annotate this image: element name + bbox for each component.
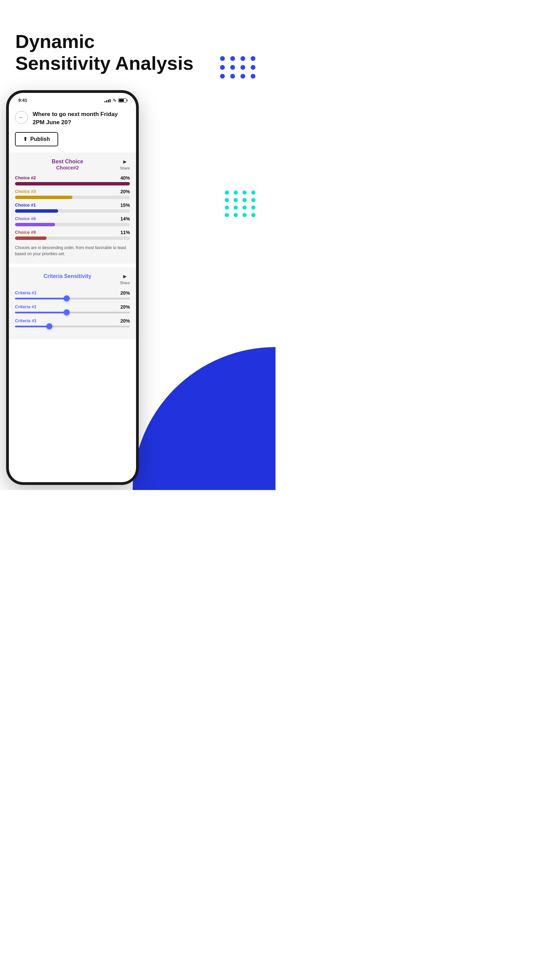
bar-pct-choice1: 15% xyxy=(121,202,130,208)
criteria-pct-2: 20% xyxy=(121,304,130,310)
battery-icon xyxy=(118,98,127,102)
bar-item-choice3: Choice #3 20% xyxy=(15,189,130,199)
share-label: Share xyxy=(120,166,130,170)
best-choice-title: Best Choice xyxy=(15,159,120,165)
best-choice-section: Best Choice Choice#2 ► Share Choice #2 4… xyxy=(9,153,136,264)
criteria-label-row-3: Criteria #1 20% xyxy=(15,318,130,324)
bar-track-choice9 xyxy=(15,237,130,240)
bar-pct-choice3: 20% xyxy=(121,189,130,194)
phone-header: ← Where to go next month Friday 2PM June… xyxy=(9,105,136,127)
criteria-item-3: Criteria #1 20% xyxy=(15,318,130,327)
back-button[interactable]: ← xyxy=(15,111,28,124)
bar-item-choice2: Choice #2 40% xyxy=(15,175,130,185)
criteria-share-icon: ► xyxy=(122,273,128,280)
criteria-fill-2 xyxy=(15,312,67,313)
bar-track-choice2 xyxy=(15,182,130,185)
criteria-item-1: Criteria #1 20% xyxy=(15,290,130,299)
best-choice-note: Choices are in descending order, from mo… xyxy=(15,245,130,257)
page-title: Dynamic Sensitivity Analysis xyxy=(15,30,194,75)
criteria-label-3: Criteria #1 xyxy=(15,318,37,323)
criteria-list: Criteria #1 20% Criteria #1 20% xyxy=(15,290,130,327)
phone-mockup: 9:41 ∿ ← Where to go next month Friday 2… xyxy=(6,90,139,485)
bar-label-choice6: Choice #6 xyxy=(15,216,36,221)
publish-label: Publish xyxy=(30,136,50,142)
criteria-share-label: Share xyxy=(120,281,130,285)
criteria-share-button[interactable]: ► Share xyxy=(120,273,130,285)
bar-label-choice1: Choice #1 xyxy=(15,202,36,208)
signal-bars-icon xyxy=(105,98,111,102)
bar-label-choice2: Choice #2 xyxy=(15,175,36,180)
time-display: 9:41 xyxy=(18,98,27,103)
bar-pct-choice9: 11% xyxy=(121,230,130,235)
publish-button[interactable]: ⬆ Publish xyxy=(15,132,58,146)
criteria-label-row-2: Criteria #1 20% xyxy=(15,304,130,310)
bar-item-choice9: Choice #9 11% xyxy=(15,230,130,240)
bar-pct-choice2: 40% xyxy=(121,175,130,181)
share-icon: ► xyxy=(122,159,128,165)
criteria-pct-3: 20% xyxy=(121,318,130,324)
dot-grid-blue xyxy=(220,56,257,79)
criteria-thumb-1[interactable] xyxy=(64,295,70,301)
best-choice-header: Best Choice Choice#2 ► Share xyxy=(15,159,130,170)
status-icons: ∿ xyxy=(105,98,127,103)
question-title: Where to go next month Friday 2PM June 2… xyxy=(33,110,130,127)
criteria-sensitivity-title-block: Criteria Sensitivity xyxy=(15,273,120,279)
criteria-label-2: Criteria #1 xyxy=(15,304,37,309)
bar-track-choice6 xyxy=(15,223,130,226)
criteria-thumb-3[interactable] xyxy=(46,323,52,329)
bar-label-choice3: Choice #3 xyxy=(15,189,36,194)
bar-item-choice1: Choice #1 15% xyxy=(15,202,130,213)
bar-fill-choice2 xyxy=(15,182,130,185)
criteria-slider-1[interactable] xyxy=(15,298,130,299)
status-bar: 9:41 ∿ xyxy=(9,93,136,105)
bar-fill-choice9 xyxy=(15,237,47,240)
best-choice-share-button[interactable]: ► Share xyxy=(120,159,130,170)
criteria-sensitivity-title: Criteria Sensitivity xyxy=(15,273,120,279)
back-arrow-icon: ← xyxy=(19,115,24,121)
dot-grid-cyan xyxy=(225,191,257,217)
criteria-sensitivity-section: Criteria Sensitivity ► Share Criteria #1… xyxy=(9,267,136,339)
phone-content: ← Where to go next month Friday 2PM June… xyxy=(9,105,136,339)
publish-icon: ⬆ xyxy=(23,136,27,142)
best-choice-subtitle: Choice#2 xyxy=(15,165,120,170)
bar-fill-choice6 xyxy=(15,223,55,226)
bar-track-choice1 xyxy=(15,209,130,213)
criteria-label-1: Criteria #1 xyxy=(15,290,37,295)
criteria-fill-3 xyxy=(15,326,49,327)
bg-blue-quarter xyxy=(133,347,275,490)
bar-label-choice9: Choice #9 xyxy=(15,230,36,235)
criteria-fill-1 xyxy=(15,298,67,299)
bar-track-choice3 xyxy=(15,196,130,199)
criteria-slider-2[interactable] xyxy=(15,312,130,313)
bar-chart: Choice #2 40% Choice #3 20% xyxy=(15,175,130,240)
bar-pct-choice6: 14% xyxy=(121,216,130,221)
criteria-thumb-2[interactable] xyxy=(64,309,70,315)
wifi-icon: ∿ xyxy=(113,98,116,103)
criteria-label-row-1: Criteria #1 20% xyxy=(15,290,130,296)
bar-fill-choice3 xyxy=(15,196,73,199)
criteria-item-2: Criteria #1 20% xyxy=(15,304,130,313)
best-choice-title-block: Best Choice Choice#2 xyxy=(15,159,120,170)
criteria-slider-3[interactable] xyxy=(15,326,130,327)
bar-fill-choice1 xyxy=(15,209,58,213)
bar-item-choice6: Choice #6 14% xyxy=(15,216,130,226)
criteria-pct-1: 20% xyxy=(121,290,130,296)
criteria-sensitivity-header: Criteria Sensitivity ► Share xyxy=(15,273,130,285)
